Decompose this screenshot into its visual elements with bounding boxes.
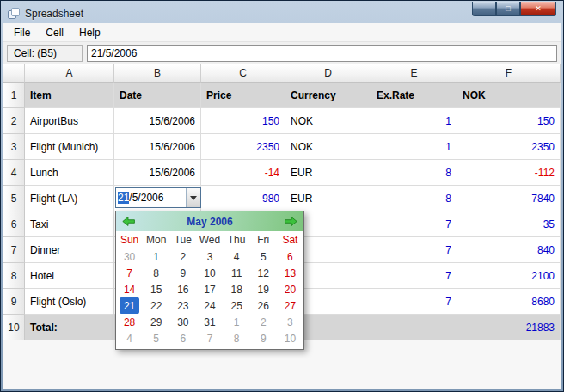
row-header-2[interactable]: 2 <box>3 108 25 134</box>
calendar-day[interactable]: 13 <box>277 265 303 281</box>
calendar-day[interactable]: 22 <box>143 297 169 314</box>
cell[interactable]: 2350 <box>201 134 285 160</box>
cell[interactable]: NOK <box>457 83 561 108</box>
column-header-c[interactable]: C <box>201 64 285 83</box>
minimize-button[interactable]: — <box>472 2 496 16</box>
cell[interactable]: 7 <box>371 211 457 237</box>
calendar-day[interactable]: 30 <box>169 314 196 330</box>
row-header-8[interactable]: 8 <box>3 263 25 289</box>
cell[interactable]: Lunch <box>25 160 114 186</box>
calendar-day[interactable]: 25 <box>224 297 250 314</box>
cell[interactable]: -112 <box>457 160 561 186</box>
menu-item-cell[interactable]: Cell <box>38 24 71 41</box>
calendar-day[interactable]: 2 <box>250 314 277 330</box>
cell[interactable]: Date <box>114 83 201 108</box>
calendar-day[interactable]: 20 <box>277 281 303 297</box>
cell[interactable]: Taxi <box>25 211 114 237</box>
cell[interactable]: EUR <box>285 186 371 211</box>
calendar-day[interactable]: 19 <box>250 281 277 297</box>
cell[interactable]: Hotel <box>25 263 114 289</box>
maximize-button[interactable]: □ <box>496 2 520 16</box>
cell[interactable] <box>371 315 457 340</box>
calendar-day[interactable]: 26 <box>250 297 277 314</box>
calendar-day[interactable]: 15 <box>143 281 169 297</box>
calendar-day[interactable]: 8 <box>224 330 250 346</box>
row-header-1[interactable]: 1 <box>3 83 25 108</box>
cell[interactable]: -14 <box>201 160 285 186</box>
cell[interactable]: 8680 <box>457 289 561 315</box>
cell[interactable]: NOK <box>285 108 371 134</box>
calendar-day[interactable]: 7 <box>116 265 143 281</box>
cell[interactable]: 1 <box>371 134 457 160</box>
cell[interactable]: EUR <box>285 160 371 186</box>
cell[interactable]: 7 <box>371 289 457 315</box>
cell[interactable]: 21883 <box>457 315 561 340</box>
column-header-e[interactable]: E <box>371 64 457 83</box>
column-header-a[interactable]: A <box>25 64 114 83</box>
cell[interactable]: Currency <box>285 83 371 108</box>
cell[interactable]: 150 <box>457 108 561 134</box>
column-header-f[interactable]: F <box>457 64 561 83</box>
calendar-day[interactable]: 9 <box>169 265 196 281</box>
selected-day[interactable]: 21 <box>120 297 139 314</box>
calendar-day[interactable]: 11 <box>224 265 250 281</box>
cell[interactable]: Ex.Rate <box>371 83 457 108</box>
next-month-button[interactable] <box>285 217 297 226</box>
menu-item-help[interactable]: Help <box>71 24 108 41</box>
calendar-day[interactable]: 3 <box>277 314 303 330</box>
calendar-day[interactable]: 12 <box>250 265 277 281</box>
menu-item-file[interactable]: File <box>6 24 38 41</box>
calendar-day[interactable]: 5 <box>250 248 277 265</box>
calendar-day[interactable]: 23 <box>169 297 196 314</box>
calendar-day[interactable]: 5 <box>143 330 169 346</box>
column-header-d[interactable]: D <box>285 64 371 83</box>
corner-header[interactable] <box>3 64 25 83</box>
row-header-3[interactable]: 3 <box>3 134 25 160</box>
close-button[interactable]: ✕ <box>520 2 556 16</box>
cell[interactable]: 15/6/2006 <box>114 134 201 160</box>
row-header-4[interactable]: 4 <box>3 160 25 186</box>
cell[interactable]: Flight (Oslo) <box>25 289 114 315</box>
calendar-day[interactable]: 31 <box>196 314 223 330</box>
cell[interactable]: 2350 <box>457 134 561 160</box>
row-header-10[interactable]: 10 <box>3 315 25 340</box>
calendar-day[interactable]: 14 <box>116 281 143 297</box>
calendar-day[interactable]: 1 <box>224 314 250 330</box>
cell[interactable]: NOK <box>285 134 371 160</box>
cell[interactable]: Flight (Munich) <box>25 134 114 160</box>
cell[interactable]: 150 <box>201 108 285 134</box>
row-header-6[interactable]: 6 <box>3 211 25 237</box>
date-editor-combobox[interactable]: 21/5/2006 <box>115 187 201 208</box>
calendar-day[interactable]: 10 <box>196 265 223 281</box>
cell[interactable]: 8 <box>371 160 457 186</box>
calendar-day[interactable]: 3 <box>196 248 223 265</box>
calendar-day[interactable]: 29 <box>143 314 169 330</box>
column-header-b[interactable]: B <box>114 64 201 83</box>
row-header-7[interactable]: 7 <box>3 237 25 263</box>
cell[interactable]: 7 <box>371 263 457 289</box>
calendar-day[interactable]: 4 <box>224 248 250 265</box>
calendar-day[interactable]: 7 <box>196 330 223 346</box>
cell[interactable]: Price <box>201 83 285 108</box>
cell[interactable]: 7 <box>371 237 457 263</box>
calendar-day[interactable]: 2 <box>169 248 196 265</box>
cell[interactable]: Flight (LA) <box>25 186 114 211</box>
calendar-day[interactable]: 28 <box>116 314 143 330</box>
cell[interactable]: Dinner <box>25 237 114 263</box>
cell[interactable]: 7840 <box>457 186 561 211</box>
formula-input[interactable] <box>87 45 557 62</box>
dropdown-button[interactable] <box>186 188 200 207</box>
row-header-5[interactable]: 5 <box>3 186 25 211</box>
calendar-day[interactable]: 18 <box>224 281 250 297</box>
calendar-day[interactable]: 1 <box>143 248 169 265</box>
cell[interactable]: 15/6/2006 <box>114 160 201 186</box>
cell[interactable]: 840 <box>457 237 561 263</box>
date-editor-value[interactable]: 21/5/2006 <box>116 188 186 207</box>
calendar-day[interactable]: 6 <box>277 248 303 265</box>
app-icon[interactable] <box>7 8 21 21</box>
calendar-day[interactable]: 17 <box>196 281 223 297</box>
cell[interactable]: Item <box>25 83 114 108</box>
cell[interactable]: 1 <box>371 108 457 134</box>
calendar-day[interactable]: 16 <box>169 281 196 297</box>
cell[interactable]: 8 <box>371 186 457 211</box>
